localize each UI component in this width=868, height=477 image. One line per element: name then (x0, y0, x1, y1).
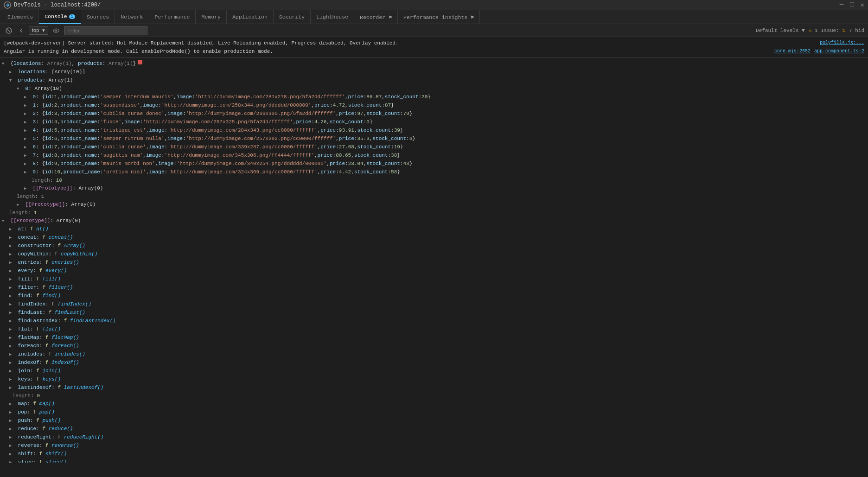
list-item[interactable]: join: f join() (0, 367, 868, 375)
expand-arrow[interactable] (9, 250, 15, 259)
list-item[interactable]: lastIndexOf: f lastIndexOf() (0, 384, 868, 392)
expand-arrow[interactable] (9, 433, 15, 442)
list-item[interactable]: findLast: f findLast() (0, 309, 868, 317)
expand-arrow[interactable] (9, 384, 15, 392)
tab-application[interactable]: Application (227, 10, 274, 24)
list-item[interactable]: indexOf: f indexOf() (0, 359, 868, 367)
list-item[interactable]: filter: f filter() (0, 284, 868, 292)
default-levels[interactable]: Default levels ▼ (756, 28, 805, 33)
tab-console[interactable]: Console 1 (39, 10, 81, 24)
list-item[interactable]: every: f every() (0, 267, 868, 275)
expand-arrow[interactable] (9, 408, 15, 417)
list-item[interactable]: findIndex: f findIndex() (0, 300, 868, 309)
expand-arrow[interactable] (9, 458, 15, 463)
expand-arrow[interactable] (24, 102, 30, 110)
list-item[interactable]: constructor: f Array() (0, 242, 868, 250)
expand-arrow[interactable] (9, 342, 15, 350)
list-item[interactable]: 8: {id: 9, product_name: 'mauris morbi n… (0, 160, 868, 168)
list-item[interactable]: slice: f slice() (0, 458, 868, 463)
expand-arrow[interactable] (24, 184, 30, 193)
tab-performance-insights[interactable]: Performance insights ⚑ (398, 10, 480, 24)
expand-arrow[interactable] (24, 135, 30, 143)
expand-arrow[interactable] (9, 225, 15, 234)
tab-recorder[interactable]: Recorder ⚑ (354, 10, 398, 24)
list-item[interactable]: map: f map() (0, 400, 868, 408)
list-item[interactable]: findLastIndex: f findLastIndex() (0, 317, 868, 325)
list-item[interactable]: entries: f entries() (0, 259, 868, 267)
list-item[interactable]: fill: f fill() (0, 275, 868, 284)
list-item[interactable]: 9: {id: 10, product_name: 'pretium nisl'… (0, 168, 868, 177)
list-item[interactable]: 0: Array(10) (0, 85, 868, 93)
filter-input[interactable] (64, 26, 147, 35)
tab-performance[interactable]: Performance (149, 10, 196, 24)
expand-arrow[interactable] (17, 85, 22, 93)
expand-arrow[interactable] (9, 400, 15, 408)
expand-arrow[interactable] (9, 450, 15, 458)
expand-arrow[interactable] (9, 292, 15, 300)
expand-arrow[interactable] (17, 201, 22, 209)
tab-lighthouse[interactable]: Lighthouse (311, 10, 354, 24)
clear-console-btn[interactable] (4, 26, 14, 35)
list-item[interactable]: 5: {id: 6, product_name: 'semper rutrum … (0, 135, 868, 143)
list-item[interactable]: includes: f includes() (0, 350, 868, 359)
file-link-polyfills[interactable]: polyfills.js:... (820, 39, 864, 47)
list-item[interactable]: flat: f flat() (0, 325, 868, 334)
expand-arrow[interactable] (9, 442, 15, 450)
expand-arrow[interactable] (2, 217, 7, 225)
list-item[interactable]: 4: {id: 5, product_name: 'tristique est'… (0, 127, 868, 135)
list-item[interactable]: flatMap: f flatMap() (0, 334, 868, 342)
list-item[interactable]: [[Prototype]]: Array(0) (0, 217, 868, 225)
expand-arrow[interactable] (9, 275, 15, 284)
tab-sources[interactable]: Sources (81, 10, 115, 24)
expand-arrow[interactable] (24, 160, 30, 168)
expand-arrow[interactable] (2, 60, 7, 68)
expand-arrow[interactable] (24, 118, 30, 127)
expand-arrow[interactable] (24, 143, 30, 152)
expand-arrow[interactable] (24, 110, 30, 118)
list-item[interactable]: concat: f concat() (0, 234, 868, 242)
expand-arrow[interactable] (9, 309, 15, 317)
list-item[interactable]: copyWithin: f copyWithin() (0, 250, 868, 259)
tab-security[interactable]: Security (274, 10, 311, 24)
list-item[interactable]: locations: [Array(10)] (0, 68, 868, 76)
list-item[interactable]: 0: {id: 1, product_name: 'semper interdu… (0, 93, 868, 102)
expand-arrow[interactable] (9, 317, 15, 325)
expand-arrow[interactable] (9, 367, 15, 375)
maximize-btn[interactable]: □ (850, 1, 854, 9)
expand-arrow[interactable] (9, 284, 15, 292)
top-selector-btn[interactable]: top ▾ (29, 26, 48, 35)
expand-arrow[interactable] (9, 350, 15, 359)
list-item[interactable]: at: f at() (0, 225, 868, 234)
list-item[interactable]: {locations: Array(1), products: Array(1)… (0, 60, 868, 68)
tab-network[interactable]: Network (115, 10, 149, 24)
expand-arrow[interactable] (9, 76, 15, 85)
expand-arrow[interactable] (24, 93, 30, 102)
expand-arrow[interactable] (9, 417, 15, 425)
expand-arrow[interactable] (24, 127, 30, 135)
list-item[interactable]: push: f push() (0, 417, 868, 425)
expand-arrow[interactable] (9, 242, 15, 250)
list-item[interactable]: 2: {id: 3, product_name: 'cubilia curae … (0, 110, 868, 118)
list-item[interactable]: 3: {id: 4, product_name: 'fusce', image:… (0, 118, 868, 127)
list-item[interactable]: [[Prototype]]: Array(0) (0, 184, 868, 193)
expand-arrow[interactable] (24, 152, 30, 160)
list-item[interactable]: pop: f pop() (0, 408, 868, 417)
expand-arrow[interactable] (9, 234, 15, 242)
list-item[interactable]: keys: f keys() (0, 375, 868, 384)
expand-arrow[interactable] (9, 325, 15, 334)
file-link-app-component[interactable]: app.component.ts:2 (814, 47, 864, 56)
list-item[interactable]: reverse: f reverse() (0, 442, 868, 450)
expand-arrow[interactable] (9, 334, 15, 342)
list-item[interactable]: 6: {id: 7, product_name: 'cubilia curae'… (0, 143, 868, 152)
back-btn[interactable] (17, 27, 26, 34)
tab-memory[interactable]: Memory (196, 10, 226, 24)
list-item[interactable]: 1: {id: 2, product_name: 'suspendisse', … (0, 102, 868, 110)
expand-arrow[interactable] (9, 359, 15, 367)
list-item[interactable]: products: Array(1) (0, 76, 868, 85)
expand-arrow[interactable] (9, 300, 15, 309)
list-item[interactable]: forEach: f forEach() (0, 342, 868, 350)
list-item[interactable]: shift: f shift() (0, 450, 868, 458)
expand-arrow[interactable] (9, 375, 15, 384)
eye-icon-btn[interactable] (51, 26, 61, 35)
file-link-core[interactable]: core.mjs:2552 (774, 47, 811, 56)
